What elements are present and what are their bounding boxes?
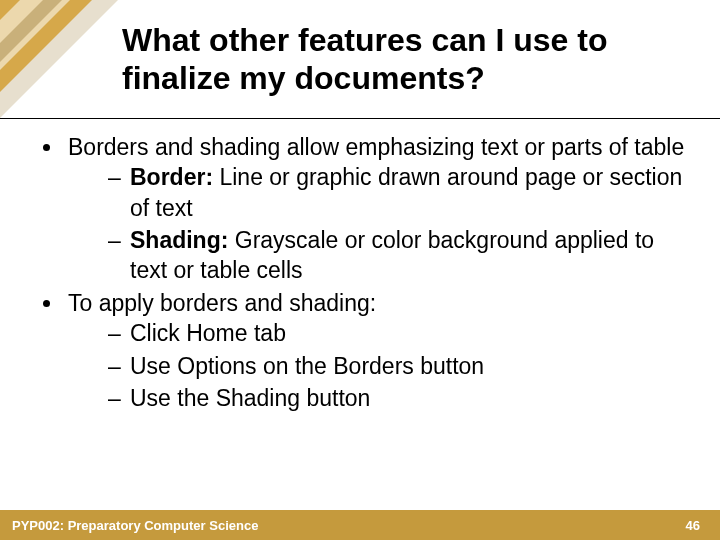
content-area: Borders and shading allow emphasizing te… [40, 132, 690, 415]
bullet-text: Borders and shading allow emphasizing te… [68, 134, 684, 160]
term-label: Shading: [130, 227, 228, 253]
list-item: Borders and shading allow emphasizing te… [64, 132, 690, 286]
footer-page-number: 46 [686, 518, 700, 533]
bullet-text: Click Home tab [130, 320, 286, 346]
bullet-list: Borders and shading allow emphasizing te… [64, 132, 690, 413]
slide-title: What other features can I use to finaliz… [122, 22, 682, 98]
title-block: What other features can I use to finaliz… [122, 22, 682, 98]
list-item: Use the Shading button [108, 383, 690, 413]
footer-course: PYP002: Preparatory Computer Science [12, 518, 258, 533]
corner-decor [0, 0, 118, 118]
list-item: Use Options on the Borders button [108, 351, 690, 381]
list-item: Border: Line or graphic drawn around pag… [108, 162, 690, 223]
bullet-text: Line or graphic drawn around page or sec… [130, 164, 682, 220]
list-item: To apply borders and shading: Click Home… [64, 288, 690, 413]
title-underline [0, 118, 720, 119]
term-label: Border: [130, 164, 213, 190]
bullet-text: Use Options on the Borders button [130, 353, 484, 379]
list-item: Shading: Grayscale or color background a… [108, 225, 690, 286]
bullet-text: To apply borders and shading: [68, 290, 376, 316]
footer-bar: PYP002: Preparatory Computer Science 46 [0, 510, 720, 540]
list-item: Click Home tab [108, 318, 690, 348]
bullet-text: Use the Shading button [130, 385, 370, 411]
slide: What other features can I use to finaliz… [0, 0, 720, 540]
